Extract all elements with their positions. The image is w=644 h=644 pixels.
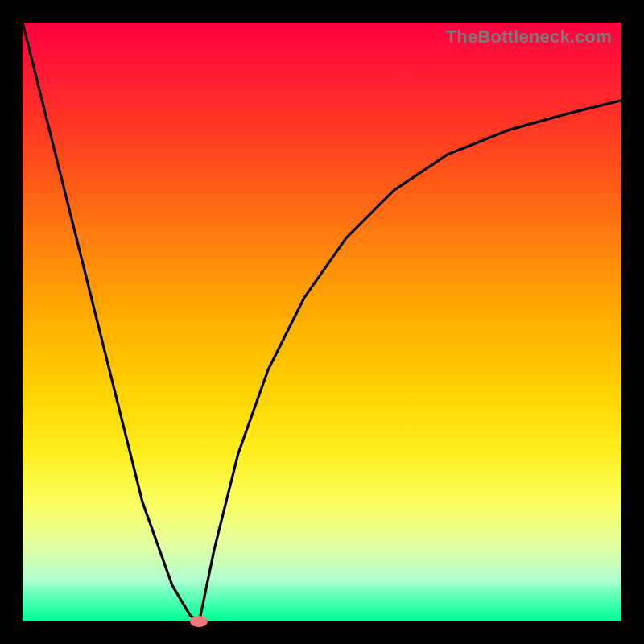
plot-area: TheBottleneck.com (23, 23, 621, 621)
minimum-marker (190, 616, 208, 627)
chart-canvas: TheBottleneck.com (0, 0, 644, 644)
series-right-branch (200, 101, 622, 621)
curve-layer (23, 23, 621, 621)
series-left-branch (23, 23, 200, 621)
